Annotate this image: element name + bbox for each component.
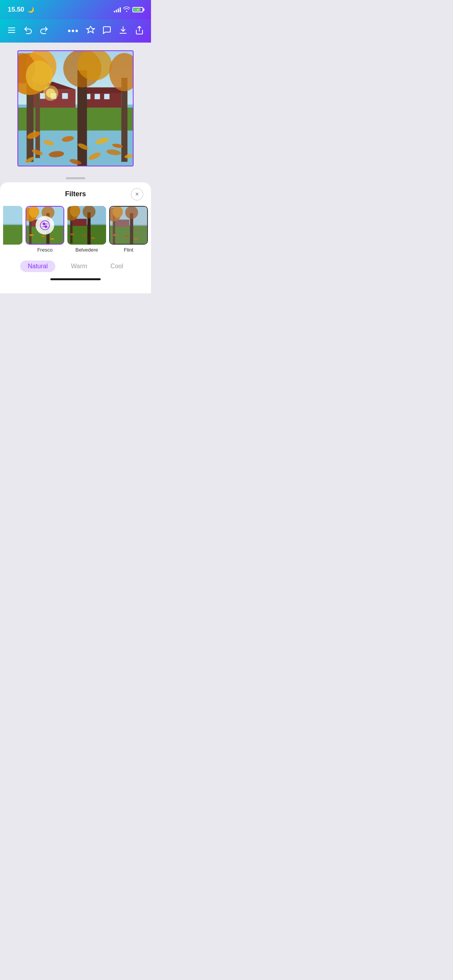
filter-item-partial-left[interactable]	[3, 206, 22, 253]
svg-point-62	[50, 238, 54, 240]
svg-point-60	[29, 234, 34, 236]
design-canvas[interactable]	[17, 50, 134, 166]
svg-point-90	[125, 235, 129, 237]
status-time: 15.50	[8, 6, 24, 13]
filter-label-belvedere: Belvedere	[76, 247, 98, 253]
comment-button[interactable]	[102, 26, 112, 37]
download-button[interactable]	[118, 26, 128, 37]
svg-point-67	[45, 226, 47, 228]
signal-icon	[114, 7, 121, 12]
share-button[interactable]	[135, 26, 144, 37]
filter-item-flint[interactable]: Flint	[109, 206, 148, 253]
premium-button[interactable]	[86, 26, 95, 37]
svg-rect-45	[3, 225, 22, 245]
toolbar-right: •••	[68, 26, 144, 37]
svg-rect-14	[94, 94, 100, 99]
svg-point-91	[134, 238, 138, 240]
autumn-image	[18, 51, 133, 166]
status-icons: ⚡	[114, 7, 143, 13]
filter-item-belvedere[interactable]: Belvedere	[67, 206, 106, 253]
canvas-area	[0, 43, 151, 174]
tab-natural[interactable]: Natural	[20, 260, 56, 272]
status-bar: 15.50 🌙 ⚡	[0, 0, 151, 19]
svg-point-65	[43, 223, 45, 225]
svg-point-89	[113, 234, 117, 236]
svg-point-63	[40, 221, 49, 230]
filter-label-flint: Flint	[124, 247, 134, 253]
scroll-indicator	[0, 174, 151, 182]
toolbar-left	[7, 26, 49, 37]
close-button[interactable]: ×	[131, 188, 143, 200]
tab-cool[interactable]: Cool	[103, 260, 131, 272]
svg-point-79	[91, 237, 95, 239]
more-button[interactable]: •••	[68, 26, 79, 36]
undo-button[interactable]	[23, 26, 33, 37]
battery-icon: ⚡	[132, 7, 143, 12]
adjust-icon	[39, 220, 50, 231]
svg-point-42	[46, 89, 55, 98]
tab-warm[interactable]: Warm	[63, 260, 95, 272]
svg-rect-15	[104, 94, 110, 99]
bottom-sheet: Filters ×	[0, 182, 151, 293]
svg-point-61	[41, 235, 45, 237]
filter-label-fresco: Fresco	[37, 247, 53, 253]
svg-point-77	[70, 233, 75, 235]
filter-item-fresco[interactable]: Fresco	[26, 206, 64, 253]
redo-button[interactable]	[39, 26, 49, 37]
filter-row[interactable]: Fresco Belvede	[0, 203, 151, 254]
filters-header: Filters ×	[0, 182, 151, 203]
home-indicator	[0, 275, 151, 282]
filters-title: Filters	[65, 190, 86, 198]
moon-icon: 🌙	[27, 7, 34, 13]
category-tabs: Natural Warm Cool	[0, 254, 151, 275]
menu-button[interactable]	[7, 26, 16, 37]
wifi-icon	[123, 7, 130, 13]
svg-point-78	[82, 235, 86, 236]
svg-rect-44	[3, 206, 22, 224]
svg-rect-12	[62, 93, 68, 99]
status-time-area: 15.50 🌙	[8, 6, 34, 14]
toolbar: •••	[0, 19, 151, 43]
